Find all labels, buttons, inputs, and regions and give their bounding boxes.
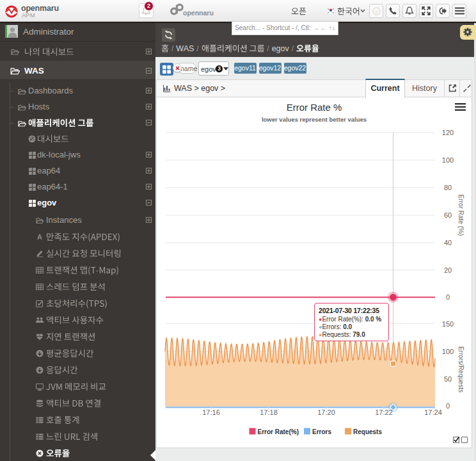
svg-text:A: A [37,233,42,241]
svg-text:Errors: Errors [312,428,331,435]
svg-text:17:16: 17:16 [202,408,220,416]
svg-text:Error Rate(%): Error Rate(%) [258,428,299,435]
svg-text:17:18: 17:18 [260,408,278,416]
svg-text:100: 100 [442,348,454,355]
svg-text:Error Rate (%): Error Rate (%) [457,195,464,236]
svg-text:Requests: Requests [353,428,382,435]
svg-text:17:24: 17:24 [424,408,442,416]
svg-text:17:20: 17:20 [317,408,335,416]
svg-text:20: 20 [444,266,452,274]
svg-text:opennaru: opennaru [183,9,214,17]
svg-text:40: 40 [444,239,452,247]
svg-text:150: 150 [442,320,454,328]
svg-text:100: 100 [442,156,454,164]
svg-text:120: 120 [442,129,454,136]
svg-text:Errors/Requests: Errors/Requests [457,346,464,392]
svg-text:0: 0 [446,293,450,301]
svg-text:60: 60 [444,211,452,219]
svg-text:0: 0 [446,402,450,410]
svg-text:50: 50 [444,375,452,383]
svg-text:17:22: 17:22 [375,408,393,416]
svg-text:80: 80 [444,184,452,191]
